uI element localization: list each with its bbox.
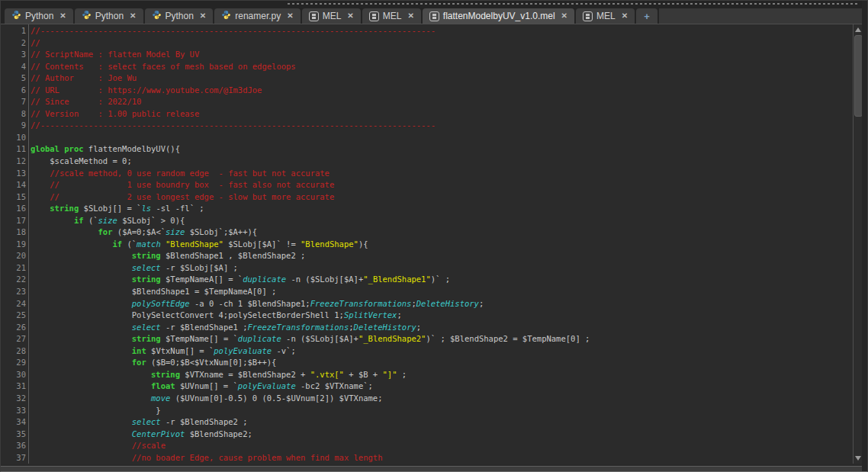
code-token-default: $BlendShape1 , $BlendShape2 ;: [161, 251, 306, 260]
tab-python[interactable]: Python✕: [75, 8, 143, 24]
code-token-default: [31, 263, 132, 272]
line-number: 35: [1, 429, 26, 441]
code-token-default: ;: [416, 323, 421, 332]
line-number: 17: [1, 215, 26, 227]
mel-icon-dot: [432, 14, 436, 16]
code-token-command: select: [132, 263, 161, 272]
line-number: 9: [1, 120, 26, 132]
code-token-default: [31, 227, 98, 236]
drag-handle-dots[interactable]: [288, 3, 860, 5]
line-number: 36: [1, 440, 26, 452]
code-editor[interactable]: 1234567891011121314151617181920212223242…: [1, 24, 853, 464]
tab-label: MEL: [323, 11, 342, 21]
tab-flattenmodelbyuv-v1-0-mel[interactable]: flattenModelbyUV_v1.0.mel✕: [423, 8, 574, 24]
mel-icon-dot: [372, 17, 376, 19]
python-icon: [11, 9, 21, 23]
code-token-command: select: [132, 417, 161, 426]
code-line: // 1 use boundry box - fast also not acc…: [31, 179, 853, 191]
code-token-command: size: [98, 216, 117, 225]
tab-mel[interactable]: MEL✕: [362, 8, 421, 24]
code-line: //scale: [31, 440, 853, 452]
python-icon: [82, 9, 92, 23]
tab-python[interactable]: Python✕: [145, 8, 214, 24]
code-line: for ($B=0;$B<$VtxNum[0];$B++){: [31, 357, 853, 369]
mel-icon: [583, 11, 593, 21]
tab-close-icon[interactable]: ✕: [347, 12, 353, 20]
code-token-comment: // Version : 1.00 public release: [31, 109, 199, 118]
code-token-default: + $B +: [344, 370, 383, 379]
code-token-default: $SLobj[] = `: [79, 204, 141, 213]
code-token-keyword: if: [74, 216, 84, 225]
line-number: 10: [1, 132, 26, 144]
scroll-up-arrow-icon[interactable]: [855, 27, 861, 32]
tab-label: Python: [166, 11, 194, 21]
plus-icon: +: [644, 11, 650, 22]
tab-renamer-py[interactable]: renamer.py✕: [214, 8, 300, 24]
new-tab-button[interactable]: +: [636, 8, 657, 24]
code-line: //--------------------------------------…: [31, 120, 853, 132]
tab-close-icon[interactable]: ✕: [407, 12, 413, 20]
tab-label: MEL: [383, 11, 402, 21]
code-token-default: [31, 204, 50, 213]
tab-mel[interactable]: MEL✕: [302, 8, 361, 24]
line-number: 1: [1, 25, 26, 37]
line-number: 26: [1, 322, 26, 334]
code-token-default: [31, 334, 132, 343]
code-line: //--------------------------------------…: [31, 25, 853, 37]
code-token-comment: // Since : 2022/10: [31, 97, 141, 106]
code-token-comment: //--------------------------------------…: [31, 120, 436, 130]
code-token-default: ;: [479, 299, 484, 308]
code-token-command: DeleteHistory: [416, 299, 479, 308]
code-token-comment: // URL : https://www.youtube.com/@Im3dJo…: [31, 85, 262, 95]
code-token-default: -bc2 $VTXname`;: [296, 381, 373, 390]
code-token-default: $VtxNum[] = `: [146, 346, 214, 355]
line-number: 23: [1, 286, 26, 298]
tab-close-icon[interactable]: ✕: [622, 12, 628, 20]
code-token-keyword: string: [132, 251, 161, 260]
code-token-default: $TempName[] = `: [161, 334, 238, 343]
code-token-string: "_BlendShape1": [363, 275, 431, 284]
code-token-string: "_BlendShape2": [358, 334, 426, 343]
code-token-default: )` ;: [431, 275, 450, 284]
line-number: 5: [1, 72, 26, 85]
code-area[interactable]: //--------------------------------------…: [29, 24, 853, 464]
code-token-command: polySoftEdge: [132, 299, 190, 308]
horizontal-scrollbar[interactable]: [1, 464, 863, 472]
horizontal-scrollbar-thumb[interactable]: [1, 466, 862, 472]
code-token-default: -n ($SLobj[$A]+: [281, 334, 358, 343]
code-token-keyword: global proc: [31, 144, 84, 153]
tab-close-icon[interactable]: ✕: [59, 12, 66, 20]
code-line: string $VTXname = $BlendShape2 + ".vtx["…: [31, 369, 853, 381]
code-token-comment: // Contents : select faces of mesh based…: [31, 62, 296, 71]
code-line: // URL : https://www.youtube.com/@Im3dJo…: [31, 85, 853, 97]
tab-close-icon[interactable]: ✕: [287, 12, 293, 20]
code-token-command: size: [166, 227, 185, 236]
code-token-default: [31, 275, 132, 284]
code-line: polySoftEdge -a 0 -ch 1 $BlendShape1;Fre…: [31, 298, 853, 310]
code-token-default: (`: [122, 239, 137, 249]
code-token-default: $UVnum[] = `: [175, 381, 238, 390]
line-number: 27: [1, 333, 26, 345]
code-token-default: [31, 251, 132, 260]
code-token-string: "BlendShape": [301, 239, 358, 249]
tab-close-icon[interactable]: ✕: [200, 12, 206, 20]
tab-label: flattenModelbyUV_v1.0.mel: [443, 11, 555, 21]
mel-icon-dot: [586, 14, 590, 16]
code-token-command: ls: [141, 204, 151, 213]
tab-mel[interactable]: MEL✕: [576, 8, 635, 24]
tab-close-icon[interactable]: ✕: [130, 12, 136, 20]
tab-close-icon[interactable]: ✕: [561, 12, 567, 20]
tab-python[interactable]: Python✕: [5, 8, 73, 24]
mel-icon-dot: [312, 14, 316, 16]
code-token-default: $SLobj` > 0){: [117, 216, 185, 225]
code-line: PolySelectConvert 4;polySelectBorderShel…: [31, 310, 853, 322]
code-token-default: [31, 381, 151, 390]
line-number: 21: [1, 262, 26, 275]
python-icon: [221, 9, 231, 23]
code-token-default: [31, 417, 132, 426]
line-number: 13: [1, 168, 26, 180]
scroll-down-arrow-icon[interactable]: [855, 456, 861, 461]
code-token-default: [31, 323, 132, 332]
line-number: 18: [1, 226, 26, 239]
code-token-default: $scaleMethod = 0;: [31, 156, 132, 165]
